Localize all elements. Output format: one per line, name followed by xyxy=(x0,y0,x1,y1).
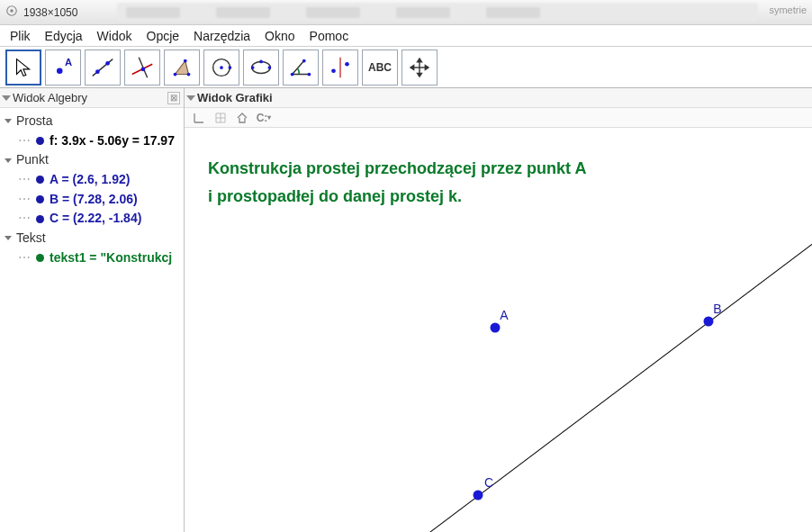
point-c-label: C xyxy=(484,475,493,490)
graphics-title: Widok Grafiki xyxy=(197,91,273,104)
svg-point-22 xyxy=(308,72,311,76)
svg-point-13 xyxy=(184,59,187,62)
svg-point-25 xyxy=(331,68,336,73)
category-text[interactable]: Tekst xyxy=(4,229,182,248)
object-b-text: B = (7.28, 2.06) xyxy=(50,190,138,210)
point-a-label: A xyxy=(500,308,508,322)
twisty-icon[interactable] xyxy=(4,234,13,243)
object-tekst1[interactable]: ⋯ tekst1 = "Konstrukcj xyxy=(4,248,182,268)
svg-point-5 xyxy=(95,69,100,74)
object-tekst1-text: tekst1 = "Konstrukcj xyxy=(50,248,172,268)
graphics-toolbar: C:▾ xyxy=(185,108,812,128)
svg-point-6 xyxy=(105,60,110,65)
graphics-canvas[interactable]: Konstrukcja prostej przechodzącej przez … xyxy=(185,128,812,532)
category-line[interactable]: Prosta xyxy=(4,112,182,131)
home-icon[interactable] xyxy=(235,111,249,125)
tree-branch-icon: ⋯ xyxy=(18,209,31,229)
line-k[interactable] xyxy=(185,235,812,532)
svg-point-2 xyxy=(57,68,63,74)
algebra-title: Widok Algebry xyxy=(13,91,87,104)
menu-tools[interactable]: Narzędzia xyxy=(187,27,257,45)
algebra-tree: Prosta ⋯ f: 3.9x - 5.06y = 17.97 Punkt ⋯… xyxy=(0,108,184,272)
point-tool[interactable]: A xyxy=(45,50,81,86)
conic-tool[interactable] xyxy=(243,50,279,86)
perpendicular-tool[interactable] xyxy=(124,50,160,86)
svg-point-20 xyxy=(259,59,263,63)
text-tool-label: ABC xyxy=(368,61,392,74)
svg-point-11 xyxy=(174,72,177,76)
svg-point-12 xyxy=(187,72,191,76)
object-c-text: C = (2.22, -1.84) xyxy=(50,209,141,229)
tree-branch-icon: ⋯ xyxy=(18,170,31,190)
point-b-label: B xyxy=(713,302,721,316)
menu-edit[interactable]: Edycja xyxy=(39,27,89,45)
svg-point-16 xyxy=(229,66,232,69)
angle-tool[interactable] xyxy=(283,50,319,86)
point-b[interactable] xyxy=(704,317,714,327)
window-titlebar: 1938×1050 symetrie xyxy=(0,0,812,25)
tool-bar: A ABC xyxy=(0,47,812,88)
svg-point-15 xyxy=(220,66,223,69)
svg-text:A: A xyxy=(65,57,72,68)
svg-point-26 xyxy=(345,61,349,66)
svg-point-17 xyxy=(252,61,271,73)
polygon-tool[interactable] xyxy=(164,50,200,86)
visibility-dot-icon[interactable] xyxy=(36,176,44,184)
tree-branch-icon: ⋯ xyxy=(18,190,31,210)
object-f[interactable]: ⋯ f: 3.9x - 5.06y = 17.97 xyxy=(4,131,182,151)
twisty-icon[interactable] xyxy=(4,156,13,165)
move-view-tool[interactable] xyxy=(401,50,438,86)
line-tool[interactable] xyxy=(85,50,121,86)
menu-file[interactable]: Plik xyxy=(4,27,37,45)
app-icon xyxy=(5,5,18,20)
construction-text-line2: i prostopadłej do danej prostej k. xyxy=(208,183,586,211)
category-point-label: Punkt xyxy=(16,150,49,170)
tree-branch-icon: ⋯ xyxy=(18,248,31,268)
construction-text[interactable]: Konstrukcja prostej przechodzącej przez … xyxy=(208,155,586,210)
object-c[interactable]: ⋯ C = (2.22, -1.84) xyxy=(4,209,182,229)
point-c[interactable] xyxy=(474,491,483,500)
move-tool[interactable] xyxy=(5,50,41,86)
svg-marker-10 xyxy=(176,60,189,74)
twisty-icon[interactable] xyxy=(4,117,13,126)
object-a-text: A = (2.6, 1.92) xyxy=(50,170,130,190)
svg-point-19 xyxy=(268,66,272,69)
menu-options[interactable]: Opcje xyxy=(140,27,186,45)
svg-line-4 xyxy=(93,59,113,76)
graphics-panel: Widok Grafiki C:▾ Konstrukcja prostej pr… xyxy=(185,88,812,532)
algebra-panel-header: Widok Algebry ⊠ xyxy=(0,88,184,108)
circle-tool[interactable] xyxy=(203,50,239,86)
reflect-tool[interactable] xyxy=(322,50,358,86)
text-tool[interactable]: ABC xyxy=(362,50,398,86)
visibility-dot-icon[interactable] xyxy=(36,254,44,262)
menu-window[interactable]: Okno xyxy=(258,27,301,45)
browser-tabs-blurred xyxy=(117,3,758,22)
visibility-dot-icon[interactable] xyxy=(36,137,44,145)
visibility-dot-icon[interactable] xyxy=(36,195,44,203)
window-dimensions: 1938×1050 xyxy=(23,6,77,19)
object-f-text: f: 3.9x - 5.06y = 17.97 xyxy=(50,131,175,151)
collapse-icon[interactable] xyxy=(186,95,195,101)
menu-view[interactable]: Widok xyxy=(91,27,139,45)
tree-branch-icon: ⋯ xyxy=(18,131,31,151)
point-capture-icon[interactable]: C:▾ xyxy=(257,111,271,125)
point-a[interactable] xyxy=(491,323,501,333)
algebra-panel: Widok Algebry ⊠ Prosta ⋯ f: 3.9x - 5.06y… xyxy=(0,88,185,532)
construction-text-line1: Konstrukcja prostej przechodzącej przez … xyxy=(208,155,586,183)
right-caption: symetrie xyxy=(769,5,807,15)
svg-point-23 xyxy=(302,59,306,62)
menu-help[interactable]: Pomoc xyxy=(303,27,356,45)
object-b[interactable]: ⋯ B = (7.28, 2.06) xyxy=(4,190,182,210)
object-a[interactable]: ⋯ A = (2.6, 1.92) xyxy=(4,170,182,190)
menu-bar: Plik Edycja Widok Opcje Narzędzia Okno P… xyxy=(0,25,812,47)
category-point[interactable]: Punkt xyxy=(4,150,182,170)
axes-toggle-icon[interactable] xyxy=(192,111,206,125)
svg-point-21 xyxy=(291,72,294,76)
visibility-dot-icon[interactable] xyxy=(36,215,44,223)
category-text-label: Tekst xyxy=(16,229,46,248)
category-line-label: Prosta xyxy=(16,112,52,131)
main-area: Widok Algebry ⊠ Prosta ⋯ f: 3.9x - 5.06y… xyxy=(0,88,812,532)
grid-toggle-icon[interactable] xyxy=(213,111,228,125)
close-icon[interactable]: ⊠ xyxy=(167,92,180,104)
collapse-icon[interactable] xyxy=(2,95,11,101)
